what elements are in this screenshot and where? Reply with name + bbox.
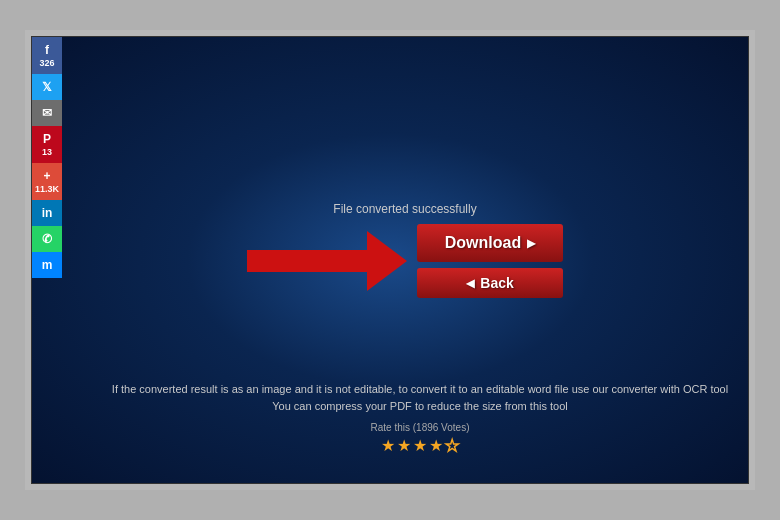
buttons-column: Download Back [417, 224, 563, 298]
sidebar-item-facebook[interactable]: f 326 [32, 37, 62, 74]
star-1: ★ [381, 436, 395, 455]
success-text: File converted successfully [333, 202, 476, 216]
star-4: ★ [429, 436, 443, 455]
download-button[interactable]: Download [417, 224, 563, 262]
pinterest-count: 13 [42, 147, 52, 157]
pinterest-icon: P [43, 132, 51, 146]
sidebar-item-twitter[interactable]: 𝕏 [32, 74, 62, 100]
rate-label: Rate this (1896 Votes) [92, 422, 748, 433]
star-3: ★ [413, 436, 427, 455]
main-container: f 326 𝕏 ✉ P 13 + 11.3K in ✆ [31, 36, 749, 484]
rate-section: Rate this (1896 Votes) ★ ★ ★ ★ ★ [92, 422, 748, 455]
sidebar: f 326 𝕏 ✉ P 13 + 11.3K in ✆ [32, 37, 62, 483]
plus-icon: + [43, 169, 50, 183]
facebook-icon: f [45, 43, 49, 57]
sidebar-item-pinterest[interactable]: P 13 [32, 126, 62, 163]
back-button[interactable]: Back [417, 268, 563, 298]
sidebar-item-messenger[interactable]: m [32, 252, 62, 278]
email-icon: ✉ [42, 106, 52, 120]
sidebar-item-plus[interactable]: + 11.3K [32, 163, 62, 200]
sidebar-item-linkedin[interactable]: in [32, 200, 62, 226]
whatsapp-icon: ✆ [42, 232, 52, 246]
content-area: File converted successfully Download Bac… [62, 37, 748, 483]
arrow-head [367, 231, 407, 291]
arrow-body [247, 250, 367, 272]
linkedin-icon: in [42, 206, 53, 220]
outer-frame: f 326 𝕏 ✉ P 13 + 11.3K in ✆ [25, 30, 755, 490]
sidebar-item-email[interactable]: ✉ [32, 100, 62, 126]
plus-count: 11.3K [35, 184, 59, 194]
facebook-count: 326 [39, 58, 54, 68]
arrow-button-row: Download Back [247, 224, 563, 298]
messenger-icon: m [42, 258, 53, 272]
red-arrow [247, 231, 407, 291]
info-line1: If the converted result is as an image a… [112, 383, 728, 395]
bottom-info: If the converted result is as an image a… [92, 381, 748, 455]
star-5: ★ [445, 436, 459, 455]
star-2: ★ [397, 436, 411, 455]
sidebar-item-whatsapp[interactable]: ✆ [32, 226, 62, 252]
info-text: If the converted result is as an image a… [92, 381, 748, 416]
info-line2: You can compress your PDF to reduce the … [272, 400, 568, 412]
center-section: File converted successfully Download Bac… [247, 202, 563, 298]
stars: ★ ★ ★ ★ ★ [92, 436, 748, 455]
twitter-icon: 𝕏 [42, 80, 52, 94]
